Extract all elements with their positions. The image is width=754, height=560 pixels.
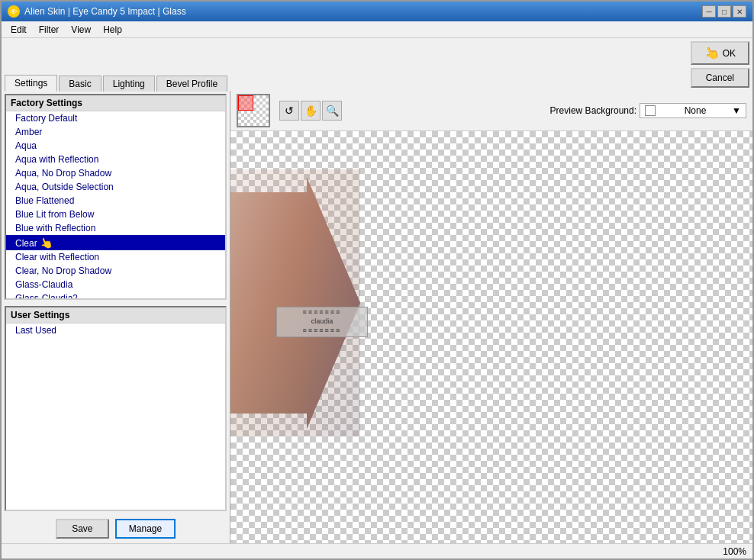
close-button[interactable]: ✕: [733, 5, 746, 18]
tabs-row: Settings Basic Lighting Bevel Profile: [2, 38, 688, 91]
menu-help[interactable]: Help: [97, 23, 128, 37]
dropdown-arrow-icon: ▼: [732, 105, 741, 116]
content-area: Factory Settings Factory Default Amber A…: [2, 91, 752, 543]
zoom-tool-button[interactable]: 🔍: [322, 101, 342, 121]
menu-edit[interactable]: Edit: [5, 23, 33, 37]
minimize-button[interactable]: ─: [702, 5, 716, 18]
cancel-button[interactable]: Cancel: [691, 68, 749, 88]
preset-list[interactable]: Factory Default Amber Aqua Aqua with Ref…: [6, 111, 225, 298]
list-item[interactable]: Clear with Reflection: [6, 250, 225, 264]
menu-filter[interactable]: Filter: [33, 23, 66, 37]
manage-button[interactable]: Manage: [115, 519, 176, 539]
list-item[interactable]: Blue with Reflection: [6, 221, 225, 235]
user-settings-container: User Settings Last Used: [5, 306, 227, 512]
list-item[interactable]: Blue Flattened: [6, 194, 225, 208]
user-settings-header: User Settings: [6, 307, 225, 323]
tab-bevel-profile[interactable]: Bevel Profile: [156, 76, 227, 92]
menu-view[interactable]: View: [65, 23, 97, 37]
title-bar: 👁 Alien Skin | Eye Candy 5 Impact | Glas…: [2, 2, 752, 21]
preview-overlay: [238, 95, 253, 111]
preview-background-label: Preview Background:: [550, 105, 636, 116]
title-controls: ─ □ ✕: [702, 5, 746, 18]
right-panel: ↺ ✋ 🔍 Preview Background: None ▼: [230, 91, 752, 543]
status-bar: 100%: [2, 543, 752, 558]
list-item-clear[interactable]: Clear 👆: [6, 235, 225, 250]
menu-bar: Edit Filter View Help: [2, 21, 752, 38]
preview-canvas: ≡≡≡≡≡≡≡ claudia ≡≡≡≡≡≡≡: [230, 131, 752, 543]
tab-lighting[interactable]: Lighting: [103, 76, 155, 92]
tab-settings[interactable]: Settings: [5, 75, 57, 92]
zoom-icon: 🔍: [326, 105, 339, 117]
bottom-buttons: Save Manage: [2, 514, 230, 543]
watermark-stamp: ≡≡≡≡≡≡≡ claudia ≡≡≡≡≡≡≡: [276, 307, 368, 337]
list-item[interactable]: Aqua with Reflection: [6, 153, 225, 166]
preset-list-header: Factory Settings: [6, 95, 225, 111]
window-title: Alien Skin | Eye Candy 5 Impact | Glass: [24, 6, 186, 17]
reset-icon: ↺: [285, 105, 294, 117]
app-icon: 👁: [8, 5, 20, 18]
list-item[interactable]: Glass-Claudia2: [6, 291, 225, 298]
list-item[interactable]: Aqua, Outside Selection: [6, 180, 225, 194]
tab-basic[interactable]: Basic: [59, 76, 101, 92]
zoom-level: 100%: [723, 546, 746, 557]
ok-hand-icon: 👆: [702, 43, 721, 63]
reset-tool-button[interactable]: ↺: [279, 101, 299, 121]
selection-pointer-icon: 👆: [38, 235, 54, 251]
maximize-button[interactable]: □: [717, 5, 731, 18]
ok-button[interactable]: 👆 OK: [691, 41, 749, 65]
watermark-text: ≡≡≡≡≡≡≡ claudia ≡≡≡≡≡≡≡: [303, 308, 342, 335]
list-item[interactable]: Clear, No Drop Shadow: [6, 264, 225, 278]
list-item-last-used[interactable]: Last Used: [6, 323, 225, 337]
bg-color-swatch: [645, 105, 656, 116]
list-item[interactable]: Glass-Claudia: [6, 278, 225, 291]
list-item[interactable]: Aqua: [6, 139, 225, 153]
preview-toolbar: ↺ ✋ 🔍 Preview Background: None ▼: [230, 91, 752, 131]
preset-list-container: Factory Settings Factory Default Amber A…: [5, 94, 227, 300]
list-item[interactable]: Blue Lit from Below: [6, 208, 225, 221]
hand-icon: ✋: [304, 105, 317, 117]
list-item[interactable]: Amber: [6, 125, 225, 139]
list-item[interactable]: Aqua, No Drop Shadow: [6, 166, 225, 180]
svg-rect-2: [230, 169, 360, 436]
pan-tool-button[interactable]: ✋: [301, 101, 321, 121]
preview-thumbnail: [237, 94, 270, 127]
top-right-buttons: 👆 OK Cancel: [688, 38, 752, 91]
top-section: Settings Basic Lighting Bevel Profile 👆 …: [2, 38, 752, 91]
list-item[interactable]: Factory Default: [6, 111, 225, 125]
main-window: 👁 Alien Skin | Eye Candy 5 Impact | Glas…: [0, 0, 754, 560]
bg-selected-label: None: [685, 105, 707, 116]
preview-arrow-shape: [230, 169, 360, 436]
title-bar-left: 👁 Alien Skin | Eye Candy 5 Impact | Glas…: [8, 5, 186, 18]
preview-background-select[interactable]: None ▼: [640, 103, 746, 118]
toolbar-tools: ↺ ✋ 🔍: [279, 101, 342, 121]
left-panel: Factory Settings Factory Default Amber A…: [2, 91, 230, 543]
save-button[interactable]: Save: [56, 519, 109, 539]
